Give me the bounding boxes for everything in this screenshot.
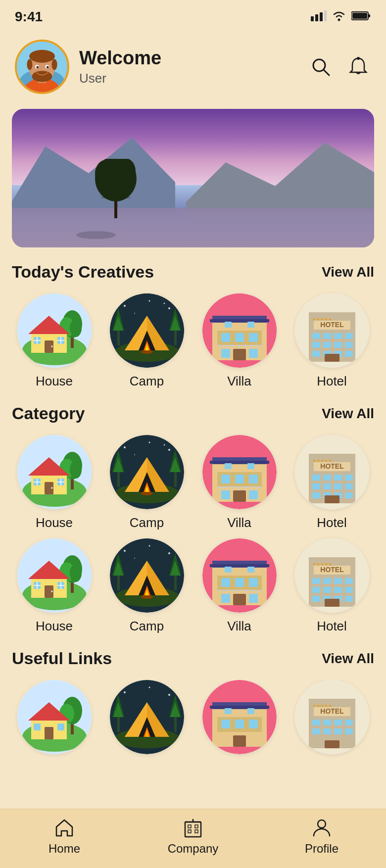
svg-line-22 xyxy=(324,70,329,75)
villa-circle xyxy=(202,293,277,368)
camp-item-creatives[interactable]: Camp xyxy=(104,293,189,389)
svg-rect-177 xyxy=(334,483,342,489)
nav-company-label: Company xyxy=(168,842,219,856)
svg-point-204 xyxy=(134,558,135,559)
svg-rect-298 xyxy=(323,720,331,725)
svg-point-13 xyxy=(29,50,55,63)
category-header: Category View All xyxy=(12,404,374,423)
house-label-cat2: House xyxy=(36,619,73,634)
villa-circle-cat1 xyxy=(202,435,277,509)
svg-rect-250 xyxy=(312,596,320,602)
svg-point-268 xyxy=(168,694,170,696)
svg-point-19 xyxy=(36,66,39,69)
camp-item-cat1[interactable]: Camp xyxy=(104,435,189,530)
hotel-circle: ★★★★★ HOTEL xyxy=(295,293,369,368)
svg-rect-262 xyxy=(45,727,53,739)
svg-point-65 xyxy=(141,350,153,354)
header-text: Welcome User xyxy=(79,48,298,86)
hero-banner xyxy=(12,109,374,247)
nav-company[interactable]: Company xyxy=(153,817,233,856)
svg-rect-243 xyxy=(323,578,331,584)
camp-circle-cat1 xyxy=(110,435,184,509)
svg-rect-288 xyxy=(249,720,258,728)
hotel-item-creatives[interactable]: ★★★★★ HOTEL xyxy=(290,293,374,389)
svg-rect-174 xyxy=(345,475,353,481)
svg-rect-232 xyxy=(221,594,230,603)
link1-item[interactable]: Link 1 xyxy=(12,680,96,759)
svg-rect-303 xyxy=(334,728,342,734)
house-item-cat2[interactable]: House xyxy=(12,538,96,634)
nav-profile-label: Profile xyxy=(305,842,338,856)
hotel-label-creatives: Hotel xyxy=(317,374,347,389)
svg-rect-269 xyxy=(117,715,120,732)
svg-rect-3 xyxy=(324,10,327,21)
battery-icon xyxy=(351,10,371,23)
svg-point-141 xyxy=(141,491,153,495)
hotel-circle-cat1: ★★★★★ HOTEL xyxy=(295,435,369,509)
useful-links-view-all[interactable]: View All xyxy=(322,651,374,667)
svg-point-130 xyxy=(163,444,165,446)
svg-rect-287 xyxy=(235,720,244,728)
svg-rect-308 xyxy=(195,825,198,828)
svg-rect-104 xyxy=(312,351,320,357)
svg-rect-233 xyxy=(249,594,258,603)
svg-point-202 xyxy=(148,545,150,547)
hotel-item-cat1[interactable]: ★★★★★ HOTEL Ho xyxy=(290,435,374,530)
svg-point-118 xyxy=(51,487,53,489)
svg-rect-254 xyxy=(325,599,339,607)
notification-button[interactable] xyxy=(345,54,371,80)
svg-rect-103 xyxy=(345,342,353,348)
nav-profile[interactable]: Profile xyxy=(282,817,361,856)
svg-point-51 xyxy=(148,300,150,302)
svg-point-52 xyxy=(168,307,170,309)
svg-rect-100 xyxy=(312,342,320,348)
nav-home[interactable]: Home xyxy=(25,817,104,856)
svg-point-128 xyxy=(168,449,170,451)
svg-rect-76 xyxy=(235,333,244,342)
house-item-creatives[interactable]: House xyxy=(12,293,96,389)
svg-rect-285 xyxy=(210,706,269,709)
svg-rect-134 xyxy=(174,470,177,487)
villa-label-cat1: Villa xyxy=(227,515,251,530)
villa-item-cat2[interactable]: Villa xyxy=(197,538,282,634)
svg-rect-289 xyxy=(233,735,246,747)
todays-creatives-grid: House xyxy=(12,293,374,389)
link4-item[interactable]: ★★★★★ HOTEL Link 4 xyxy=(290,680,374,759)
villa-item-creatives[interactable]: Villa xyxy=(197,293,282,389)
svg-rect-90 xyxy=(247,322,254,328)
svg-rect-236 xyxy=(247,567,254,573)
camp-item-cat2[interactable]: Camp xyxy=(104,538,189,634)
svg-rect-297 xyxy=(312,720,320,725)
villa-item-cat1[interactable]: Villa xyxy=(197,435,282,530)
user-label: User xyxy=(79,71,298,86)
house-label-creatives: House xyxy=(36,374,73,389)
svg-rect-97 xyxy=(323,333,331,339)
hotel-item-cat2[interactable]: ★★★★★ HOTEL Ho xyxy=(290,538,374,634)
header: Welcome User xyxy=(0,30,386,104)
todays-creatives-view-all[interactable]: View All xyxy=(322,264,374,280)
svg-point-266 xyxy=(124,691,126,693)
svg-point-37 xyxy=(70,319,82,337)
svg-rect-161 xyxy=(221,490,230,499)
useful-links-section: Useful Links View All Link 1 xyxy=(0,649,386,759)
svg-rect-306 xyxy=(185,822,201,837)
welcome-label: Welcome xyxy=(79,48,298,69)
status-time: 9:41 xyxy=(15,9,43,25)
avatar[interactable] xyxy=(15,40,69,94)
search-button[interactable] xyxy=(308,54,334,80)
link2-item[interactable]: Link 2 xyxy=(104,680,189,759)
svg-rect-152 xyxy=(249,475,258,483)
link3-item[interactable]: Link 3 xyxy=(197,680,282,759)
hotel-label-cat2: Hotel xyxy=(317,619,347,634)
category-view-all[interactable]: View All xyxy=(322,406,374,422)
bottom-nav: Home Company Profile xyxy=(0,809,386,868)
svg-rect-58 xyxy=(174,328,177,345)
svg-point-29 xyxy=(101,196,131,199)
house-item-cat1[interactable]: House xyxy=(12,435,96,530)
villa-label-creatives: Villa xyxy=(227,374,251,389)
svg-rect-88 xyxy=(233,349,246,360)
camp-label-cat2: Camp xyxy=(130,619,164,634)
svg-point-16 xyxy=(32,71,52,82)
svg-rect-165 xyxy=(247,463,254,469)
svg-rect-246 xyxy=(312,587,320,593)
